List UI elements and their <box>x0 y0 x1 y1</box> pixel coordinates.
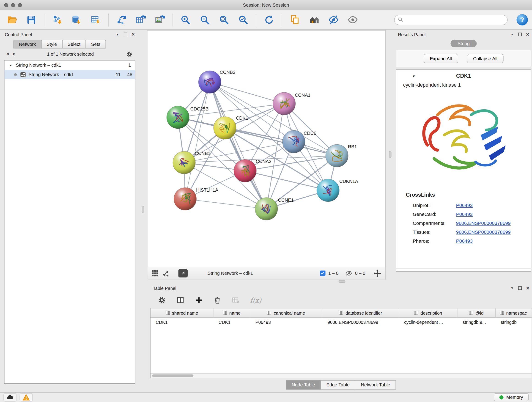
tab-sets[interactable]: Sets <box>86 40 106 49</box>
crosslink-value-link[interactable]: P06493 <box>456 238 473 244</box>
network-node-cdkn1a[interactable]: CDKN1A <box>317 179 358 202</box>
collapse-triangle-icon[interactable]: ▼ <box>9 64 12 67</box>
table-cell[interactable]: P06493 <box>250 319 322 325</box>
close-panel-icon[interactable]: × <box>526 287 529 290</box>
pan-tool-button[interactable] <box>374 269 381 277</box>
network-node-rb1[interactable]: RB1 <box>326 144 357 167</box>
table-cell[interactable]: 9606.ENSP00000378699 <box>322 319 399 325</box>
string-tab-badge[interactable]: String <box>451 40 476 47</box>
network-node-ccna2[interactable]: CCNA2 <box>234 159 271 182</box>
collapse-section-icon[interactable]: ▼ <box>412 74 416 78</box>
column-header--id[interactable]: @id <box>457 308 496 317</box>
selected-checkbox-icon[interactable] <box>320 270 325 276</box>
network-node-ccne1[interactable]: CCNE1 <box>255 198 294 220</box>
cloud-status-button[interactable] <box>3 393 17 402</box>
help-button[interactable]: ? <box>517 14 528 26</box>
column-header-canonical-name[interactable]: canonical name <box>250 308 322 317</box>
tab-select[interactable]: Select <box>62 40 86 49</box>
crosslink-value-link[interactable]: P06493 <box>456 211 473 217</box>
save-session-button[interactable] <box>23 12 39 27</box>
network-node-ccna1[interactable]: CCNA1 <box>273 92 310 115</box>
collapse-all-button[interactable]: Collapse All <box>467 54 504 64</box>
copy-annotation-button[interactable] <box>287 12 303 27</box>
panel-menu-icon[interactable]: ▼ <box>511 33 514 36</box>
export-table-button[interactable] <box>133 12 148 27</box>
table-settings-button[interactable] <box>158 296 166 304</box>
gear-icon[interactable] <box>126 51 133 57</box>
tab-edge-table[interactable]: Edge Table <box>321 380 355 389</box>
table-cell[interactable]: CDK1 <box>214 319 250 325</box>
horizontal-scrollbar[interactable] <box>151 373 532 378</box>
delete-column-button[interactable] <box>214 296 222 304</box>
table-cell[interactable]: stringdb <box>496 319 531 325</box>
splitter-grip-bottom[interactable] <box>339 280 346 283</box>
search-box[interactable] <box>394 15 508 25</box>
table-cell[interactable]: CDK1 <box>151 319 214 325</box>
overview-button[interactable] <box>306 12 322 27</box>
import-network-database-button[interactable] <box>69 12 84 27</box>
show-columns-button[interactable] <box>177 296 185 304</box>
network-edge-ccnb2-ccna1[interactable] <box>210 82 284 104</box>
panel-menu-icon[interactable]: ▼ <box>511 287 514 290</box>
tab-network[interactable]: Network <box>13 40 41 49</box>
tab-network-table[interactable]: Network Table <box>355 380 396 389</box>
crosslink-value-link[interactable]: 9606.ENSP00000378699 <box>456 220 511 226</box>
import-network-file-button[interactable] <box>49 12 65 27</box>
maximize-window-button[interactable] <box>18 3 22 7</box>
hide-selected-button[interactable] <box>326 12 341 27</box>
zoom-selected-button[interactable] <box>235 12 251 27</box>
network-row-selected[interactable]: String Network – cdk1 11 48 <box>5 70 135 79</box>
expand-all-button[interactable]: Expand All <box>424 54 458 64</box>
float-panel-icon[interactable] <box>518 287 521 290</box>
collapse-all-networks-icon[interactable]: » <box>10 52 16 56</box>
table-row[interactable]: CDK1CDK1P064939606.ENSP00000378699cyclin… <box>151 318 532 327</box>
network-edge-ccna2-cdkn1a[interactable] <box>245 171 328 190</box>
export-network-button[interactable] <box>114 12 129 27</box>
zoom-out-button[interactable] <box>197 12 213 27</box>
network-node-ccnb1[interactable]: CCNB1 <box>173 151 210 174</box>
zoom-fit-button[interactable] <box>216 12 232 27</box>
network-node-hist1h1a[interactable]: HIST1H1A <box>174 187 218 210</box>
scrollbar-thumb[interactable] <box>152 375 194 377</box>
network-node-cdk1[interactable]: CDK1 <box>214 115 248 139</box>
float-panel-icon[interactable] <box>123 33 127 36</box>
fit-content-dark-button[interactable] <box>178 269 188 277</box>
column-header-namespac[interactable]: namespac <box>496 308 531 317</box>
close-window-button[interactable] <box>4 3 8 7</box>
network-edge-hist1h1a-ccne1[interactable] <box>185 199 266 209</box>
tab-node-table[interactable]: Node Table <box>286 380 321 389</box>
network-canvas[interactable]: CCNB2CCNA1CDC25BCDK1CDC6RB1CCNB1CCNA2CDK… <box>147 31 385 267</box>
crosslink-value-link[interactable]: P06493 <box>456 203 473 208</box>
grid-view-button[interactable] <box>152 270 158 277</box>
column-header-database-identifier[interactable]: database identifier <box>322 308 399 317</box>
memory-button[interactable]: Memory <box>494 393 529 401</box>
column-header-description[interactable]: description <box>399 308 457 317</box>
show-all-button[interactable] <box>345 12 361 27</box>
float-panel-icon[interactable] <box>518 33 521 36</box>
network-style-button[interactable] <box>163 270 170 277</box>
add-column-button[interactable] <box>195 296 203 304</box>
open-session-button[interactable] <box>4 12 20 27</box>
delete-table-button[interactable] <box>232 296 240 304</box>
search-input[interactable] <box>405 17 504 22</box>
tab-style[interactable]: Style <box>41 40 62 49</box>
import-table-button[interactable] <box>88 12 104 27</box>
network-edge-ccnb2-hist1h1a[interactable] <box>185 82 210 199</box>
panel-menu-icon[interactable]: ▼ <box>116 33 119 36</box>
warnings-button[interactable] <box>20 393 33 402</box>
export-image-button[interactable] <box>152 12 168 27</box>
splitter-grip-right[interactable] <box>389 151 392 158</box>
function-builder-button[interactable]: f(x) <box>250 296 261 304</box>
table-cell[interactable]: cyclin-dependent ... <box>399 319 457 325</box>
refresh-button[interactable] <box>261 12 277 27</box>
close-panel-icon[interactable]: × <box>526 33 529 36</box>
minimize-window-button[interactable] <box>11 3 15 7</box>
crosslink-value-link[interactable]: 9606.ENSP00000378699 <box>456 230 511 235</box>
splitter-grip-left[interactable] <box>142 206 145 213</box>
column-header-name[interactable]: name <box>214 308 250 317</box>
column-header-shared-name[interactable]: shared name <box>151 308 214 317</box>
network-edge-ccnb2-ccne1[interactable] <box>210 82 266 209</box>
network-collection-row[interactable]: ▼ String Network – cdk1 1 <box>5 61 135 70</box>
table-cell[interactable]: stringdb:9... <box>457 319 496 325</box>
network-node-ccnb2[interactable]: CCNB2 <box>198 70 235 93</box>
